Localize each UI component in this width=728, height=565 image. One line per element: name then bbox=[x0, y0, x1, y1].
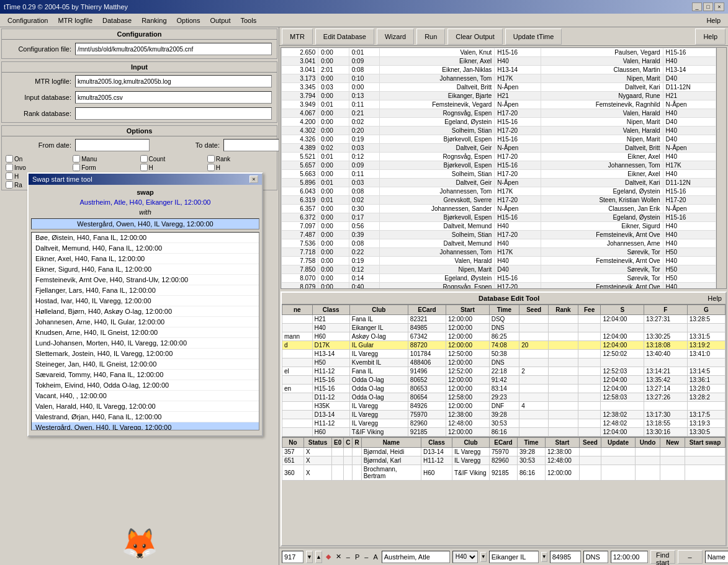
dash-button[interactable]: – bbox=[678, 550, 703, 564]
db-row[interactable]: H21 Fana IL 82321 12:00:00 DSQ 12:04:00 … bbox=[282, 315, 726, 324]
mtr-row[interactable]: 6.043 0:00 0:08 Johannessen, Tom H17K Eg… bbox=[282, 187, 716, 196]
swap-list-item[interactable]: Hølleland, Bjørn, H40, Askøy O-lag, 12:0… bbox=[32, 306, 259, 317]
mtr-row[interactable]: 3.345 0:03 0:00 Daltveit, Britt N-Åpen D… bbox=[282, 83, 716, 92]
menu-database[interactable]: Database bbox=[97, 16, 137, 25]
update-ttime-button[interactable]: Update tTime bbox=[505, 29, 562, 45]
form-checkbox[interactable] bbox=[73, 164, 80, 171]
input-db-input[interactable] bbox=[75, 91, 272, 104]
swap-list-item[interactable]: Westergård, Owen, H40, IL Varegg, 12:00:… bbox=[32, 422, 259, 430]
swap-list-item[interactable]: Steineger, Jan, H40, IL Gneist, 12:00:00 bbox=[32, 359, 259, 370]
db-help-button[interactable]: Help bbox=[708, 295, 722, 302]
mtr-row[interactable]: 3.949 0:01 0:11 Femsteinevik, Vegard N-Å… bbox=[282, 100, 716, 109]
mtr-row[interactable]: 6.372 0:00 0:17 Bjørkevoll, Espen H15-16… bbox=[282, 213, 716, 222]
to-date-input[interactable] bbox=[223, 139, 279, 151]
config-file-input[interactable] bbox=[75, 43, 272, 55]
swap-dialog-close-button[interactable]: × bbox=[249, 176, 258, 183]
db-row[interactable]: H60 T&IF Viking 92185 12:00:00 86:16 12:… bbox=[282, 428, 726, 437]
mtr-row[interactable]: 8.079 0:00 0:40 Rognsvåg, Espen H17-20 F… bbox=[282, 283, 716, 289]
mtr-scrollbar[interactable] bbox=[716, 48, 726, 288]
run-button[interactable]: Run bbox=[416, 29, 445, 45]
swap-list-item[interactable]: Femsteinevik, Arnt Ove, H40, Strand-Ulv,… bbox=[32, 275, 259, 285]
status-ecard-input[interactable] bbox=[550, 551, 581, 563]
mtr-row[interactable]: 7.718 0:00 0:22 Johannessen, Tom H17K Sø… bbox=[282, 248, 716, 257]
h1-checkbox[interactable] bbox=[140, 164, 148, 171]
swap-list-item[interactable]: Slettemark, Jostein, H40, IL Varegg, 12:… bbox=[32, 349, 259, 359]
bottom-row[interactable]: 360 X Brochmann, Bertram H60 T&IF Viking… bbox=[282, 465, 726, 481]
db-row[interactable]: H13-14 IL Varegg 101784 12:50:00 50:38 1… bbox=[282, 350, 726, 358]
status-arrow-icon[interactable]: – bbox=[364, 553, 368, 561]
menu-output[interactable]: Output bbox=[205, 16, 235, 25]
nav-up-button[interactable]: ▲ bbox=[315, 551, 322, 563]
find-start-button[interactable]: Find start bbox=[650, 550, 675, 564]
mtr-row[interactable]: 6.357 0:00 0:30 Johannessen, Sander N-Åp… bbox=[282, 205, 716, 213]
db-row[interactable]: H40 Eikanger IL 84985 12:00:00 DNS bbox=[282, 324, 726, 332]
swap-list-item[interactable]: Valestrand, Ørjan, H40, Fana IL, 12:00:0… bbox=[32, 412, 259, 422]
db-table-scroll[interactable]: ne Class Club ECard Start Time Seed Rank… bbox=[282, 305, 726, 437]
mtr-row[interactable]: 4.326 0:00 0:19 Bjørkevoll, Espen H15-16… bbox=[282, 135, 716, 144]
clear-output-button[interactable]: Clear Output bbox=[447, 29, 502, 45]
bottom-row[interactable]: 357 X Bjørndal, Heidi D13-14 IL Varegg 7… bbox=[282, 448, 726, 456]
edit-database-button[interactable]: Edit Database bbox=[315, 29, 374, 45]
status-dash-icon[interactable]: – bbox=[346, 553, 350, 561]
mtr-scroll[interactable]: 2.650 0:00 0:01 Valen, Knut H15-16 Pauls… bbox=[281, 48, 726, 288]
db-row[interactable]: H11-12 IL Varegg 82960 12:48:00 30:53 12… bbox=[282, 419, 726, 428]
invo-checkbox[interactable] bbox=[6, 164, 13, 171]
close-button[interactable]: × bbox=[714, 2, 724, 11]
on-checkbox[interactable] bbox=[6, 155, 13, 162]
mtr-row[interactable]: 4.067 0:00 0:21 Rognsvåg, Espen H17-20 V… bbox=[282, 109, 716, 118]
nav-down-button[interactable]: ▼ bbox=[306, 551, 313, 563]
status-a-icon[interactable]: A bbox=[373, 553, 377, 561]
h3-checkbox[interactable] bbox=[6, 172, 13, 180]
swap-list-item[interactable]: Daltveit, Memund, H40, Fana IL, 12:00:00 bbox=[32, 243, 259, 254]
mtr-row[interactable]: 3.041 2:01 0:08 Eikner, Jan-Niklas H13-1… bbox=[282, 66, 716, 74]
mtr-row[interactable]: 7.097 0:00 0:56 Daltveit, Memund H40 Eik… bbox=[282, 222, 716, 231]
mtr-row[interactable]: 5.663 0:00 0:11 Solheim, Stian H17-20 Ei… bbox=[282, 170, 716, 179]
mtr-row[interactable]: 5.896 0:01 0:03 Daltveit, Geir N-Åpen Da… bbox=[282, 179, 716, 187]
status-class-select[interactable]: H40 bbox=[452, 551, 478, 563]
minimize-button[interactable]: _ bbox=[692, 2, 702, 11]
h2-checkbox[interactable] bbox=[207, 164, 215, 171]
db-row[interactable]: en H15-16 Odda O-lag 80653 12:00:00 83:1… bbox=[282, 385, 726, 393]
swap-list-item[interactable]: Sævareid, Tommy, H40, Fana IL, 12:00:00 bbox=[32, 370, 259, 380]
count-checkbox[interactable] bbox=[140, 155, 148, 162]
status-name-btn-input[interactable] bbox=[705, 551, 728, 563]
status-name-input[interactable] bbox=[382, 551, 450, 563]
mtr-row[interactable]: 4.200 0:00 0:02 Egeland, Øystein H15-16 … bbox=[282, 118, 716, 127]
db-row[interactable]: el H11-12 Fana IL 91496 12:52:00 22:18 2… bbox=[282, 367, 726, 376]
mtr-row[interactable]: 7.850 0:00 0:12 Nipen, Marit D40 Sørevik… bbox=[282, 265, 716, 274]
db-row[interactable]: H15-16 Odda O-lag 80652 12:00:00 91:42 1… bbox=[282, 376, 726, 385]
status-x-icon[interactable]: ✕ bbox=[336, 553, 341, 561]
mtr-row[interactable]: 3.041 0:00 0:09 Eikner, Axel H40 Valen, … bbox=[282, 57, 716, 66]
help-button[interactable]: Help bbox=[695, 29, 726, 45]
menu-configuration[interactable]: Configuration bbox=[2, 16, 53, 25]
swap-list-item[interactable]: Eikner, Axel, H40, Fana IL, 12:00:00 bbox=[32, 254, 259, 264]
mtr-row[interactable]: 5.657 0:00 0:09 Bjørkevoll, Espen H15-16… bbox=[282, 161, 716, 170]
mtr-row[interactable]: 7.536 0:00 0:08 Daltveit, Memund H40 Joh… bbox=[282, 239, 716, 248]
swap-list-item[interactable]: Vacant, H40, , 12:00:00 bbox=[32, 391, 259, 401]
status-no-input[interactable] bbox=[282, 551, 303, 563]
swap-list-item[interactable]: Tokheim, Eivind, H40, Odda O-lag, 12:00:… bbox=[32, 380, 259, 391]
mtr-row[interactable]: 2.650 0:00 0:01 Valen, Knut H15-16 Pauls… bbox=[282, 48, 716, 57]
status-club-input[interactable] bbox=[489, 551, 539, 563]
mtr-row[interactable]: 3.173 0:00 0:10 Johannessen, Tom H17K Ni… bbox=[282, 74, 716, 83]
mtr-logfile-input[interactable] bbox=[75, 75, 272, 87]
ra-checkbox[interactable] bbox=[6, 181, 13, 189]
rank-checkbox[interactable] bbox=[207, 155, 215, 162]
status-p-icon[interactable]: P bbox=[355, 553, 359, 561]
mtr-row[interactable]: 4.389 0:02 0:03 Daltveit, Geir N-Åpen Da… bbox=[282, 144, 716, 153]
swap-list-item[interactable]: Fjellanger, Lars, H40, Fana IL, 12:00:00 bbox=[32, 285, 259, 296]
mtr-row[interactable]: 7.758 0:00 0:19 Valen, Harald H40 Femste… bbox=[282, 257, 716, 265]
swap-list-item[interactable]: Johannesen, Arne, H40, IL Gular, 12:00:0… bbox=[32, 317, 259, 327]
menu-tools[interactable]: Tools bbox=[235, 16, 261, 25]
db-row[interactable]: H35K IL Varegg 84926 12:00:00 DNF 4 bbox=[282, 402, 726, 411]
db-row[interactable]: d D17K IL Gular 88720 12:00:00 74:08 20 … bbox=[282, 341, 726, 350]
db-row[interactable]: mann H60 Askøy O-lag 67342 12:00:00 86:2… bbox=[282, 332, 726, 341]
swap-list[interactable]: Bøe, Øistein, H40, Fana IL, 12:00:00Dalt… bbox=[31, 232, 259, 430]
manu-checkbox[interactable] bbox=[73, 155, 80, 162]
menu-options[interactable]: Options bbox=[172, 16, 205, 25]
swap-list-item[interactable]: Knudsen, Arne, H40, IL Gneist, 12:00:00 bbox=[32, 327, 259, 338]
bottom-row[interactable]: 651 X Bjørndal, Karl H11-12 IL Varegg 82… bbox=[282, 456, 726, 465]
mtr-row[interactable]: 6.319 0:01 0:02 Grevskott, Sverre H17-20… bbox=[282, 196, 716, 205]
menu-ranking[interactable]: Ranking bbox=[137, 16, 171, 25]
mtr-row[interactable]: 3.794 0:00 0:13 Eikanger, Bjarte H21 Nyg… bbox=[282, 92, 716, 100]
